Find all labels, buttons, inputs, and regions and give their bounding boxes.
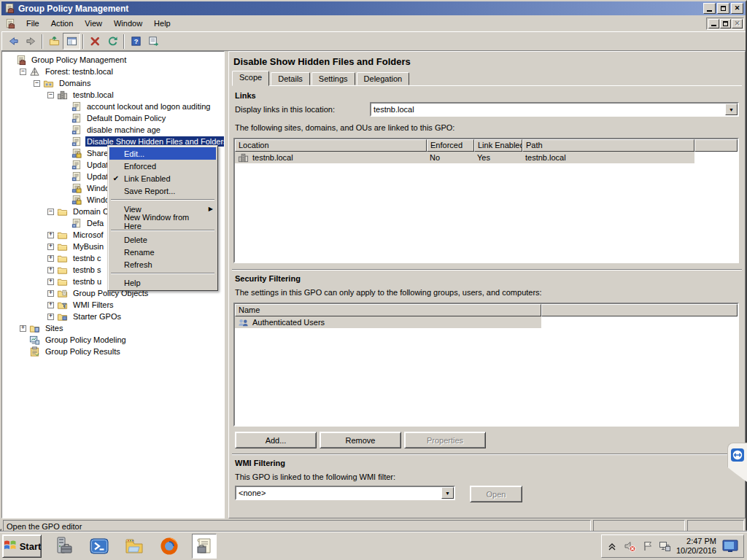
tree-item[interactable]: Default Domain Policy — [2, 112, 224, 124]
context-menu-item[interactable]: Edit... — [109, 147, 216, 160]
domain-icon — [238, 152, 249, 163]
tree-item[interactable]: Group Policy Results — [2, 346, 224, 357]
forward-icon[interactable] — [22, 33, 39, 50]
tree-item-label: account lockout and logon auditing — [85, 101, 212, 112]
child-restore-button[interactable] — [720, 19, 731, 28]
context-menu-item[interactable]: New Window from Here — [109, 215, 216, 228]
chevron-down-icon[interactable]: ▼ — [725, 104, 738, 115]
title-bar[interactable]: Group Policy Management ✕ — [1, 1, 746, 15]
wmi-filter-combobox[interactable]: <none> ▼ — [235, 486, 455, 500]
flag-icon[interactable] — [641, 540, 654, 553]
menu-help[interactable]: Help — [148, 17, 177, 30]
child-minimize-button[interactable] — [708, 19, 719, 28]
close-button[interactable]: ✕ — [731, 3, 743, 14]
column-header-location[interactable]: Location — [235, 139, 427, 152]
context-menu-item-label: Rename — [123, 247, 206, 257]
open-button[interactable]: Open — [470, 486, 522, 502]
tree-item[interactable]: Group Policy Modeling — [2, 334, 224, 346]
help-icon[interactable]: ? — [127, 33, 144, 50]
gpo-icon — [71, 125, 82, 136]
column-header-name[interactable]: Name — [235, 304, 541, 316]
start-button[interactable]: Start — [2, 534, 42, 558]
menu-file[interactable]: File — [20, 17, 45, 30]
context-menu-item[interactable]: Delete — [109, 233, 216, 246]
display-links-combobox[interactable]: testnb.local ▼ — [370, 102, 739, 117]
remove-button[interactable]: Remove — [320, 432, 401, 448]
chevron-down-icon[interactable]: ▼ — [441, 487, 454, 499]
collapse-expander[interactable]: − — [20, 69, 26, 75]
export-list-icon[interactable] — [144, 33, 162, 50]
tree-item-label: testnb u — [71, 276, 103, 287]
tab-scope[interactable]: Scope — [232, 71, 269, 86]
console-tree-icon[interactable] — [63, 33, 80, 50]
menu-view[interactable]: View — [79, 17, 108, 30]
clock[interactable]: 2:47 PM 10/20/2016 — [676, 537, 716, 556]
expand-expander[interactable]: + — [47, 255, 54, 262]
security-listbox[interactable]: Name Authenticated Users — [233, 303, 739, 427]
tab-settings[interactable]: Settings — [311, 72, 355, 85]
tree-item[interactable]: −Forest: testnb.local — [2, 66, 224, 77]
links-rows: testnb.localNoYestestnb.local — [235, 152, 738, 163]
gpmc-icon — [15, 55, 27, 66]
minimize-button[interactable] — [703, 3, 716, 14]
context-menu-item[interactable]: Help — [109, 276, 216, 289]
tree-item[interactable]: disable machine age — [2, 124, 224, 136]
context-menu-item[interactable]: Rename — [109, 246, 216, 258]
child-close-button[interactable]: ✕ — [732, 19, 743, 28]
server-manager-icon[interactable] — [52, 534, 77, 559]
context-menu-item[interactable]: Enforced — [109, 160, 216, 172]
context-menu-item[interactable]: Save Report... — [109, 184, 216, 197]
volume-muted-icon[interactable] — [624, 540, 636, 553]
menu-window[interactable]: Window — [108, 17, 148, 30]
powershell-icon[interactable] — [87, 534, 112, 559]
menu-action[interactable]: Action — [45, 17, 80, 30]
up-level-icon[interactable] — [45, 33, 63, 50]
explorer-icon[interactable] — [122, 534, 147, 559]
column-header[interactable] — [694, 139, 738, 152]
context-menu-item-label: New Window from Here — [123, 212, 206, 231]
table-row[interactable]: Authenticated Users — [235, 316, 738, 328]
context-menu-item[interactable]: Refresh — [109, 258, 216, 271]
expand-expander[interactable]: + — [47, 244, 54, 250]
tree-item-label: Group Policy Results — [44, 346, 122, 357]
expand-expander[interactable]: + — [20, 325, 26, 332]
table-row[interactable]: testnb.localNoYestestnb.local — [235, 152, 738, 163]
properties-button[interactable]: Properties — [404, 432, 486, 448]
expand-expander[interactable]: + — [47, 279, 54, 285]
gpmc-taskbar-icon[interactable] — [192, 534, 217, 559]
hidden-icons-chevron-icon[interactable] — [606, 540, 619, 553]
add-button[interactable]: Add... — [235, 432, 317, 448]
delete-icon[interactable] — [86, 33, 104, 50]
expand-expander[interactable]: + — [47, 267, 54, 273]
restore-button[interactable] — [717, 3, 729, 14]
back-icon[interactable] — [4, 33, 22, 50]
tree-item[interactable]: −Domains — [2, 77, 224, 89]
column-header[interactable] — [541, 304, 738, 316]
collapse-expander[interactable]: − — [47, 92, 54, 98]
context-menu-item-label: Edit... — [123, 149, 206, 159]
column-header-path[interactable]: Path — [522, 139, 694, 152]
tree-item-label: testnb.local — [71, 90, 115, 100]
expand-expander[interactable]: + — [47, 314, 54, 320]
expand-expander[interactable]: + — [47, 232, 54, 238]
expand-expander[interactable]: + — [47, 302, 54, 308]
column-header-link-enabled[interactable]: Link Enabled — [474, 139, 522, 152]
tab-details[interactable]: Details — [271, 72, 310, 85]
tab-delegation[interactable]: Delegation — [357, 72, 410, 85]
firefox-icon[interactable] — [157, 534, 182, 559]
collapse-expander[interactable]: − — [47, 209, 54, 215]
tree-item[interactable]: +WMI Filters — [2, 299, 224, 311]
remote-display-icon[interactable] — [721, 539, 739, 553]
tree-item[interactable]: −testnb.local — [2, 89, 224, 101]
column-header-enforced[interactable]: Enforced — [427, 139, 474, 152]
context-menu-item[interactable]: ✔Link Enabled — [109, 172, 216, 184]
collapse-expander[interactable]: − — [34, 80, 40, 87]
links-listbox[interactable]: LocationEnforcedLink EnabledPath testnb.… — [233, 138, 739, 263]
tree-item[interactable]: Group Policy Management — [2, 54, 224, 66]
network-icon[interactable] — [659, 540, 671, 553]
expand-expander[interactable]: + — [47, 290, 54, 297]
tree-item[interactable]: +Sites — [2, 322, 224, 334]
refresh-icon[interactable] — [104, 33, 121, 50]
tree-item[interactable]: account lockout and logon auditing — [2, 101, 224, 112]
tree-item[interactable]: +Starter GPOs — [2, 311, 224, 322]
